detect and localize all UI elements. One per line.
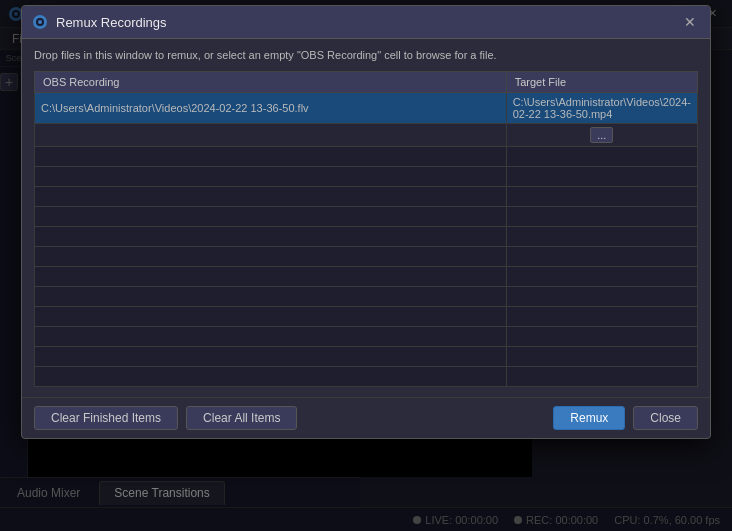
table-row-empty <box>35 147 698 167</box>
dialog-footer: Clear Finished Items Clear All Items Rem… <box>22 397 710 438</box>
table-row-empty <box>35 227 698 247</box>
remux-table: OBS Recording Target File C:\Users\Admin… <box>34 71 698 387</box>
dialog-close-button[interactable]: ✕ <box>680 12 700 32</box>
footer-left: Clear Finished Items Clear All Items <box>34 406 297 430</box>
table-row-empty <box>35 287 698 307</box>
table-cell-obs-recording[interactable]: C:\Users\Administrator\Videos\2024-02-22… <box>35 93 507 124</box>
table-row-empty <box>35 367 698 387</box>
table-row-empty <box>35 267 698 287</box>
dialog-body: Drop files in this window to remux, or s… <box>22 39 710 397</box>
table-row-empty <box>35 167 698 187</box>
table-cell-target-file: C:\Users\Administrator\Videos\2024-02-22… <box>506 93 697 124</box>
table-row-empty <box>35 187 698 207</box>
remux-dialog-icon <box>32 14 48 30</box>
svg-point-5 <box>38 20 42 24</box>
dialog-title-text: Remux Recordings <box>56 15 167 30</box>
table-cell-target-file-empty: ... <box>506 124 697 147</box>
dialog-overlay: Remux Recordings ✕ Drop files in this wi… <box>0 0 732 531</box>
dialog-hint: Drop files in this window to remux, or s… <box>34 49 698 61</box>
table-row-empty <box>35 247 698 267</box>
table-cell-obs-recording-empty[interactable] <box>35 124 507 147</box>
col-target-file: Target File <box>506 72 697 93</box>
dialog-title-content: Remux Recordings <box>32 14 167 30</box>
table-row: C:\Users\Administrator\Videos\2024-02-22… <box>35 93 698 124</box>
close-button[interactable]: Close <box>633 406 698 430</box>
table-row: ... <box>35 124 698 147</box>
remux-button[interactable]: Remux <box>553 406 625 430</box>
col-obs-recording: OBS Recording <box>35 72 507 93</box>
clear-finished-button[interactable]: Clear Finished Items <box>34 406 178 430</box>
remux-dialog: Remux Recordings ✕ Drop files in this wi… <box>21 5 711 439</box>
dialog-title-bar: Remux Recordings ✕ <box>22 6 710 39</box>
table-row-empty <box>35 207 698 227</box>
table-row-empty <box>35 347 698 367</box>
table-row-empty <box>35 307 698 327</box>
table-row-empty <box>35 327 698 347</box>
clear-all-button[interactable]: Clear All Items <box>186 406 297 430</box>
browse-button[interactable]: ... <box>590 127 613 143</box>
footer-right: Remux Close <box>553 406 698 430</box>
